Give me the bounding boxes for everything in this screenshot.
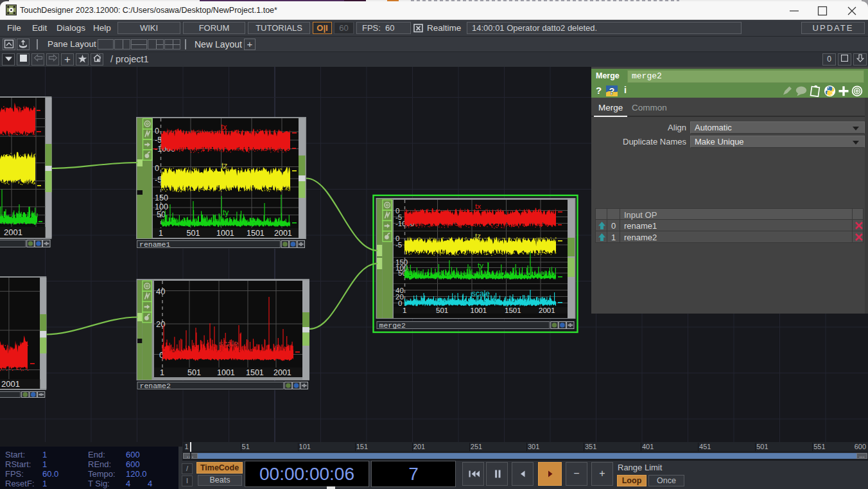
svg-text:ty: ty [223,208,229,217]
svg-text:0: 0 [155,164,159,173]
svg-text:501: 501 [187,368,201,377]
svg-text:1001: 1001 [217,368,235,377]
svg-text:1: 1 [160,368,164,377]
svg-text:1: 1 [403,307,406,314]
svg-text:?: ? [609,86,615,96]
svg-text:0: 0 [398,299,402,307]
svg-text:rename1: rename1 [139,240,170,249]
svg-text:ty: ty [478,262,483,269]
svg-text:rename2: rename2 [140,382,171,390]
svg-text:2001: 2001 [4,227,22,237]
svg-text:2001: 2001 [539,307,555,314]
svg-text:501: 501 [436,307,448,314]
svg-text:tx: tx [475,202,481,210]
svg-text:scale: scale [472,289,490,298]
svg-text:merge2: merge2 [379,321,406,330]
svg-text:2001: 2001 [273,368,291,377]
svg-text:1501: 1501 [246,368,264,377]
svg-text:40: 40 [156,287,165,296]
svg-text:501: 501 [187,229,200,238]
svg-text:2001: 2001 [274,229,292,238]
svg-text:0: 0 [155,127,159,136]
svg-text:1001: 1001 [216,229,234,238]
svg-text:150: 150 [155,193,168,202]
svg-text:1001: 1001 [471,307,487,314]
svg-text:tz: tz [221,161,227,170]
svg-text:1501: 1501 [247,229,265,238]
svg-text:1: 1 [159,229,163,238]
svg-text:-5: -5 [395,241,402,249]
svg-text:1501: 1501 [505,307,521,314]
svg-text:2001: 2001 [1,379,20,389]
